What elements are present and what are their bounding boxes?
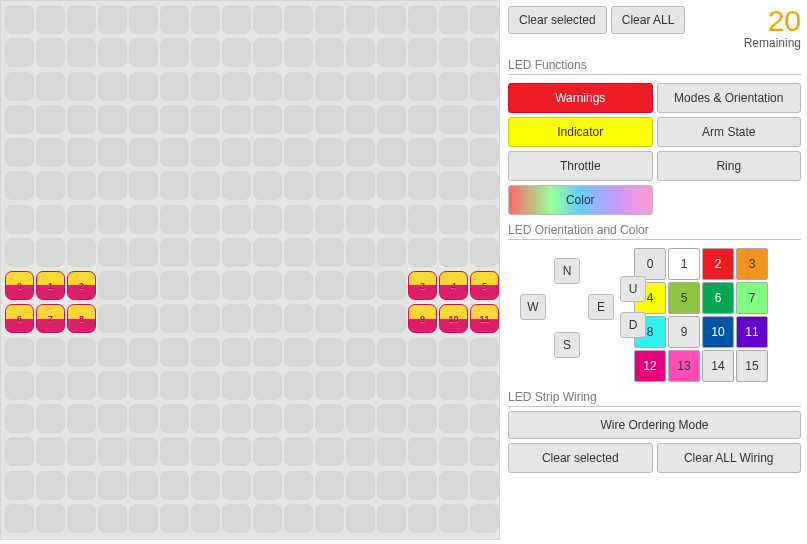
grid-cell[interactable] [36,437,65,466]
grid-cell[interactable] [160,437,189,466]
grid-cell[interactable] [36,171,65,200]
grid-cell[interactable] [408,138,437,167]
grid-cell[interactable] [284,138,313,167]
grid-cell-led[interactable]: 9 [408,304,437,333]
color-swatch-12[interactable]: 12 [634,350,666,382]
grid-cell[interactable] [5,205,34,234]
grid-cell[interactable] [129,238,158,267]
grid-cell[interactable] [160,205,189,234]
grid-cell[interactable] [129,38,158,67]
grid-cell[interactable] [315,138,344,167]
grid-cell[interactable] [160,138,189,167]
grid-cell[interactable] [129,271,158,300]
grid-cell[interactable] [129,5,158,34]
grid-cell[interactable] [67,504,96,533]
color-swatch-14[interactable]: 14 [702,350,734,382]
grid-cell[interactable] [191,404,220,433]
grid-cell[interactable] [346,437,375,466]
grid-cell[interactable] [222,404,251,433]
grid-cell[interactable] [36,105,65,134]
grid-cell-led[interactable]: 10 [439,304,468,333]
grid-cell[interactable] [5,471,34,500]
dir-north[interactable]: N [554,258,580,284]
function-color[interactable]: Color [508,185,653,215]
grid-cell[interactable] [284,238,313,267]
grid-cell[interactable] [129,471,158,500]
grid-cell[interactable] [160,105,189,134]
grid-cell[interactable] [5,105,34,134]
grid-cell[interactable] [284,171,313,200]
grid-cell[interactable] [191,504,220,533]
grid-cell[interactable] [315,5,344,34]
function-indicator[interactable]: Indicator [508,117,653,147]
function-warnings[interactable]: Warnings [508,83,653,113]
grid-cell[interactable] [222,338,251,367]
clear-selected-button[interactable]: Clear selected [508,6,607,34]
grid-cell[interactable] [5,504,34,533]
grid-cell[interactable] [67,437,96,466]
grid-cell[interactable] [36,5,65,34]
grid-cell[interactable] [222,238,251,267]
grid-cell[interactable] [315,238,344,267]
function-ring[interactable]: Ring [657,151,802,181]
grid-cell[interactable] [439,72,468,101]
grid-cell[interactable] [160,5,189,34]
grid-cell[interactable] [5,338,34,367]
dir-east[interactable]: E [588,294,614,320]
grid-cell[interactable] [253,238,282,267]
grid-cell[interactable] [191,304,220,333]
grid-cell[interactable] [160,238,189,267]
grid-cell[interactable] [346,38,375,67]
grid-cell[interactable] [408,38,437,67]
grid-cell[interactable] [408,5,437,34]
grid-cell[interactable] [470,72,499,101]
grid-cell[interactable] [315,38,344,67]
grid-cell[interactable] [377,271,406,300]
grid-cell[interactable] [408,238,437,267]
grid-cell[interactable] [470,205,499,234]
grid-cell[interactable] [346,105,375,134]
grid-cell[interactable] [129,105,158,134]
grid-cell[interactable] [36,72,65,101]
grid-cell[interactable] [439,138,468,167]
grid-cell[interactable] [191,271,220,300]
grid-cell[interactable] [160,338,189,367]
wiring-clear-all-button[interactable]: Clear ALL Wiring [657,443,802,473]
grid-cell[interactable] [470,138,499,167]
grid-cell[interactable] [36,371,65,400]
grid-cell-led[interactable]: 7 [36,304,65,333]
grid-cell[interactable] [253,437,282,466]
wire-ordering-mode-button[interactable]: Wire Ordering Mode [508,411,801,439]
grid-cell[interactable] [346,138,375,167]
grid-cell[interactable] [98,304,127,333]
grid-cell[interactable] [160,72,189,101]
grid-cell[interactable] [315,171,344,200]
grid-cell[interactable] [439,205,468,234]
grid-cell[interactable] [191,205,220,234]
color-swatch-2[interactable]: 2 [702,248,734,280]
grid-cell[interactable] [98,105,127,134]
grid-cell[interactable] [222,304,251,333]
grid-cell[interactable] [129,138,158,167]
grid-cell[interactable] [67,404,96,433]
grid-cell[interactable] [253,72,282,101]
grid-cell[interactable] [67,138,96,167]
color-swatch-3[interactable]: 3 [736,248,768,280]
grid-cell[interactable] [253,471,282,500]
color-swatch-15[interactable]: 15 [736,350,768,382]
grid-cell[interactable] [346,504,375,533]
grid-cell[interactable] [98,72,127,101]
grid-cell[interactable] [5,138,34,167]
grid-cell[interactable] [470,371,499,400]
grid-cell[interactable] [222,205,251,234]
grid-cell[interactable] [284,437,313,466]
grid-cell[interactable] [284,72,313,101]
grid-cell[interactable] [5,171,34,200]
grid-cell[interactable] [98,238,127,267]
grid-cell[interactable] [129,205,158,234]
grid-cell[interactable] [377,504,406,533]
dir-down[interactable]: D [620,312,646,338]
grid-cell[interactable] [191,138,220,167]
grid-cell[interactable] [408,504,437,533]
grid-cell[interactable] [222,138,251,167]
